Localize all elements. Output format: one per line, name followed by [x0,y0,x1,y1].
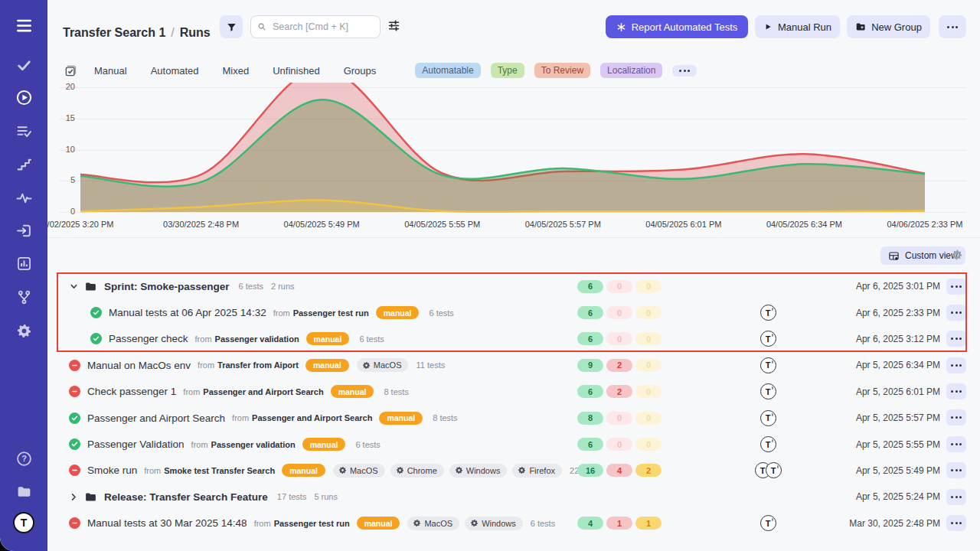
y-tick-label: 0 [46,207,75,216]
x-tick-label: 04/05/2025 5:57 PM [525,220,601,229]
group-runs-count: 5 runs [314,492,338,501]
assignee-avatar[interactable]: T [760,515,776,531]
run-row[interactable]: Passenger checkfromPassenger validationm… [57,326,967,352]
run-tests-count: 8 tests [433,413,457,422]
run-tests-count: 6 tests [355,440,380,449]
ellipsis-icon [951,390,962,393]
app-window: ?T Transfer Search 1/Runs Report Automat… [0,0,980,551]
row-more-button[interactable] [946,331,966,347]
chart-divider [47,237,980,238]
chevron-down-icon[interactable] [69,282,79,292]
run-title: Manual on MacOs env [87,360,191,371]
assignee-avatar[interactable]: T [760,331,776,347]
assignee-avatar[interactable]: T [760,383,776,399]
from-plan-name: Passenger and Airport Search [252,413,372,422]
play-circle-icon[interactable] [0,89,47,106]
chevron-right-icon[interactable] [69,492,79,502]
from-label: from [254,519,271,528]
tab-mixed[interactable]: Mixed [223,65,250,77]
select-all-icon[interactable] [64,64,77,77]
row-more-button[interactable] [946,436,966,452]
skipped-count: 0 [635,359,662,372]
bar-chart-icon[interactable] [0,255,47,272]
header-more-button[interactable] [939,15,966,38]
from-label: from [195,334,212,344]
result-counts: 1642 [577,458,662,484]
from-label: from [191,440,208,449]
filter-chip-to-review[interactable]: To Review [534,63,590,78]
row-main: Manual on MacOs envfromTransfer from Aip… [57,352,452,378]
env-chip-windows: Windows [465,517,523,530]
run-row[interactable]: Manual tests at 30 Mar 2025 14:48fromPas… [57,510,967,536]
check-icon[interactable] [0,57,47,73]
table-settings-button[interactable] [949,248,965,263]
list-check-icon[interactable] [0,122,47,139]
skipped-count: 0 [635,438,662,451]
filter-chip-type[interactable]: Type [491,63,524,78]
run-row[interactable]: Check passenger 1fromPassenger and Airpo… [57,379,967,405]
folder-icon [84,280,97,293]
skipped-count: 2 [635,464,662,477]
run-row[interactable]: Passenger ValidationfromPassenger valida… [57,431,967,457]
run-row[interactable]: Manual tests at 06 Apr 2025 14:32fromPas… [57,299,967,325]
x-tick-label: 04/05/2025 6:34 PM [766,220,842,229]
user-avatar[interactable]: T [13,512,34,533]
filter-chip-localization[interactable]: Localization [600,63,662,78]
run-row[interactable]: Passenger and Airport SearchfromPassenge… [57,405,967,431]
row-more-button[interactable] [946,305,966,321]
run-date: Apr 5, 2025 5:24 PM [856,484,940,510]
assignee-avatar[interactable]: T [760,436,776,452]
run-date: Apr 5, 2025 6:34 PM [856,352,940,378]
from-label: from [232,413,249,422]
pulse-icon[interactable] [0,189,47,206]
run-row[interactable]: Smoke runfromSmoke test Transfer Searchm… [57,458,967,484]
assignee-avatar[interactable]: T [760,305,776,321]
result-counts: 800 [577,405,662,431]
menu-icon[interactable] [0,17,47,34]
tab-manual[interactable]: Manual [94,65,127,77]
steps-icon[interactable] [0,155,47,172]
from-plan-name: Transfer from Aiport [217,360,299,370]
new-group-button[interactable]: New Group [847,15,930,38]
report-automated-tests-button[interactable]: Report Automated Tests [606,15,748,38]
group-row[interactable]: Release: Transfer Search Feature17 tests… [57,484,967,510]
passed-count: 8 [577,412,603,425]
result-counts: 600 [577,326,662,352]
search-box[interactable] [250,15,381,38]
tab-unfinished[interactable]: Unfinished [273,65,319,77]
assignee-avatar[interactable]: T [760,357,776,373]
from-plan-name: Passenger validation [211,440,296,449]
filter-button[interactable] [220,15,243,38]
assignee-avatar[interactable]: T [760,410,776,426]
passed-icon [69,412,80,424]
row-main: Check passenger 1fromPassenger and Airpo… [57,379,416,405]
row-more-button[interactable] [946,357,966,373]
folder-icon[interactable] [0,483,47,500]
row-more-button[interactable] [946,279,966,295]
tab-groups[interactable]: Groups [344,65,377,77]
row-more-button[interactable] [946,515,966,531]
row-more-button[interactable] [946,462,966,478]
help-icon[interactable]: ? [0,450,47,467]
branch-icon[interactable] [0,289,47,305]
row-more-button[interactable] [946,489,966,505]
run-row[interactable]: Manual on MacOs envfromTransfer from Aip… [57,352,967,378]
sliders-icon[interactable] [387,19,400,35]
assignee-avatar[interactable]: T [766,462,782,478]
gear-icon[interactable] [0,322,47,339]
filter-chips: AutomatableTypeTo ReviewLocalization [415,63,707,78]
sidebar: ?T [0,0,47,551]
group-row[interactable]: Sprint: Smoke-passenger6 tests2 runs600A… [57,273,967,299]
result-counts: 920 [577,352,662,378]
row-more-button[interactable] [946,409,966,425]
row-more-button[interactable] [946,383,966,399]
filter-chips-more-button[interactable] [672,65,697,77]
from-label: from [198,360,214,370]
search-input[interactable] [271,21,374,33]
env-gear-icon [455,466,463,474]
passed-count: 9 [577,359,603,372]
box-arrow-icon[interactable] [0,222,47,239]
tab-automated[interactable]: Automated [151,65,199,77]
filter-chip-automatable[interactable]: Automatable [415,63,480,78]
manual-run-button[interactable]: Manual Run [755,15,840,38]
